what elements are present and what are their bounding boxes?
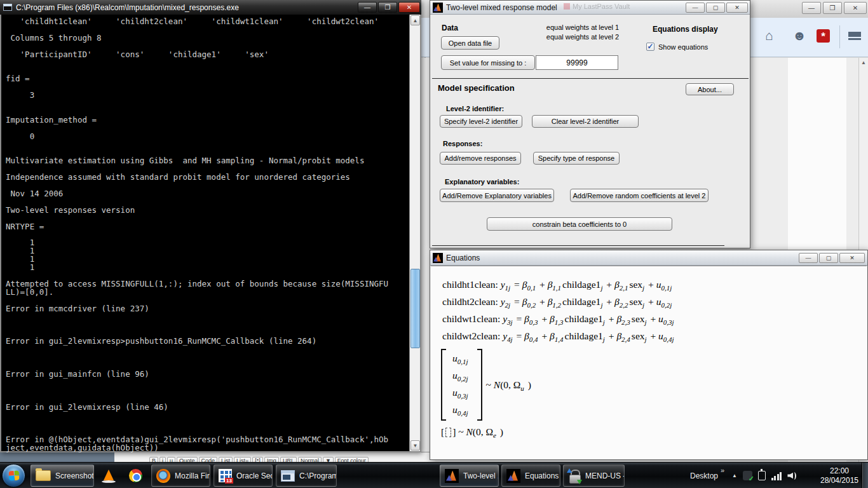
- firefox-close-button[interactable]: ✕: [844, 2, 867, 14]
- oracle-badge: 13: [225, 478, 233, 484]
- maximize-button[interactable]: ▢: [819, 253, 838, 263]
- lock-icon: [568, 469, 581, 483]
- scroll-down-icon[interactable]: ▼: [410, 440, 420, 451]
- oracle-icon: 13: [219, 469, 232, 482]
- restore-button[interactable]: ❐: [378, 2, 397, 13]
- data-heading: Data: [442, 24, 458, 32]
- show-equations-label: Show equations: [658, 43, 708, 51]
- show-equations-checkbox[interactable]: ✓: [646, 43, 654, 51]
- minimize-button[interactable]: —: [358, 2, 377, 13]
- taskbar-item-label: C:\Program...: [299, 471, 337, 480]
- bottom-divider: [432, 245, 724, 246]
- taskbar-item-two-level[interactable]: Two-level ...: [440, 464, 499, 487]
- taskbar-item-console[interactable]: C:\Program...: [276, 464, 337, 487]
- firefox-minimize-button[interactable]: —: [802, 2, 821, 14]
- taskbar: Screenshots Mozilla Fir... 13 Oracle Sec…: [0, 462, 868, 488]
- clear-level2-button[interactable]: Clear level-2 identifier: [532, 115, 639, 128]
- folder-icon: [36, 470, 51, 481]
- specify-level2-button[interactable]: Specify level-2 identifier: [440, 115, 522, 128]
- close-button[interactable]: ✕: [398, 2, 420, 13]
- matlab-icon: [433, 3, 443, 13]
- console-output: 'childht1clean' 'childht2clean' 'childwt…: [1, 15, 420, 451]
- toolbar-separator: [839, 25, 840, 48]
- taskbar-item-chrome[interactable]: [123, 464, 147, 487]
- background-lastpass-tab: My LastPass Vault: [564, 3, 630, 10]
- taskbar-item-firefox[interactable]: Mozilla Fir...: [151, 464, 210, 487]
- specify-type-button[interactable]: Specify type of response: [533, 152, 620, 165]
- section-divider: [432, 78, 749, 79]
- equation-childwt1clean: childwt1clean: y3j = β0,3 + β1,3childage…: [442, 313, 675, 330]
- console-scrollbar[interactable]: ▲ ▼: [409, 15, 420, 451]
- taskbar-clock[interactable]: 22:00 28/04/2015: [818, 463, 860, 488]
- tray-network-icon[interactable]: [771, 471, 782, 480]
- minimize-button[interactable]: —: [799, 253, 818, 263]
- tray-expand-arrow[interactable]: ▲: [732, 473, 737, 478]
- lastpass-tab-icon: [564, 3, 570, 10]
- open-data-file-button[interactable]: Open data file: [441, 36, 499, 50]
- u-distribution: ~ N(0, Ωu ): [486, 379, 531, 391]
- equation-lines: childht1clean: y1j = β0,1 + β1,1childage…: [442, 279, 675, 348]
- add-remove-responses-button[interactable]: Add/remove responses: [440, 152, 521, 165]
- about-button[interactable]: About...: [686, 83, 734, 95]
- equation-childht1clean: childht1clean: y1j = β0,1 + β1,1childage…: [442, 279, 675, 296]
- windows-start-button[interactable]: [2, 464, 25, 487]
- scrollbar-thumb[interactable]: [410, 269, 420, 348]
- console-icon: [281, 470, 295, 482]
- windows-logo-icon: [8, 471, 19, 481]
- u-vector: u0,1j u0,2j u0,3j u0,4j ~ N(0, Ωu ): [441, 349, 531, 421]
- e-distribution: [] ~ N(0, Ωe ): [441, 426, 503, 438]
- u-entry: u0,3j: [452, 387, 470, 400]
- taskbar-item-oracle[interactable]: 13 Oracle Sec...: [214, 464, 273, 487]
- equations-window-title: Equations: [446, 254, 480, 262]
- taskbar-item-label: Mozilla Fir...: [175, 471, 210, 480]
- set-missing-value-button[interactable]: Set value for missing to :: [441, 55, 535, 70]
- taskbar-item-mendus[interactable]: MEND-US -...: [563, 464, 625, 487]
- matlab-icon: [445, 469, 459, 483]
- maximize-button[interactable]: ▢: [706, 3, 725, 13]
- tray-sync-icon[interactable]: [743, 471, 752, 480]
- console-title: C:\Program Files (x86)\Realcom\Imputatio…: [16, 3, 239, 12]
- u-entry: u0,4j: [452, 404, 470, 417]
- u-entry: u0,1j: [452, 353, 470, 365]
- constrain-beta-button[interactable]: constrain beta coefficients to 0: [487, 217, 672, 231]
- lastpass-icon[interactable]: *: [817, 29, 830, 43]
- add-random-coefficients-button[interactable]: Add/Remove random coefficients at level …: [570, 189, 709, 202]
- u-entry: u0,2j: [452, 370, 470, 383]
- desktop-toolbar-label: Desktop: [690, 471, 718, 480]
- taskbar-item-vlc[interactable]: [97, 464, 121, 487]
- taskbar-item-label: MEND-US -...: [585, 471, 625, 480]
- taskbar-item-label: Two-level ...: [463, 471, 499, 480]
- menu-hamburger-icon[interactable]: [848, 32, 861, 40]
- taskbar-item-screenshots[interactable]: Screenshots: [31, 464, 94, 487]
- matlab-icon: [506, 469, 520, 483]
- equation-childht2clean: childht2clean: y2j = β0,2 + β1,2childage…: [442, 296, 675, 313]
- weights-note-1: equal weights at level 1: [538, 24, 627, 31]
- scroll-up-icon[interactable]: ▲: [410, 15, 420, 25]
- model-window-title: Two-level mixed response model: [446, 3, 557, 12]
- tray-power-icon[interactable]: [758, 471, 766, 480]
- editor-toolbar: BiuQuoteCodeListList=[*]ImgURLNormal▼Fon…: [114, 452, 435, 462]
- feedback-smiley-icon[interactable]: ☻: [792, 28, 806, 43]
- firefox-icon: [156, 469, 170, 483]
- close-button[interactable]: ✕: [839, 253, 865, 263]
- taskbar-item-equations[interactable]: Equations: [501, 464, 560, 487]
- right-bracket: [477, 349, 482, 421]
- tray-volume-icon[interactable]: [787, 471, 797, 480]
- add-explanatory-button[interactable]: Add/Remove Explanatory variables: [440, 189, 554, 202]
- home-icon[interactable]: ⌂: [765, 28, 773, 43]
- system-tray: ▲: [732, 463, 797, 488]
- chevron-icon[interactable]: »: [721, 466, 724, 474]
- model-window: Two-level mixed response model My LastPa…: [430, 0, 750, 248]
- u-vector-entries: u0,1j u0,2j u0,3j u0,4j: [446, 349, 477, 421]
- close-button[interactable]: ✕: [726, 3, 748, 13]
- chrome-icon: [129, 469, 142, 482]
- minimize-button[interactable]: —: [686, 3, 705, 13]
- clock-time: 22:00: [818, 466, 860, 475]
- firefox-restore-button[interactable]: ❐: [823, 2, 842, 14]
- scroll-up-icon[interactable]: ▲: [859, 58, 868, 65]
- taskbar-item-label: Screenshots: [55, 471, 94, 480]
- missing-value-field[interactable]: 99999: [536, 55, 618, 70]
- responses-label: Responses:: [443, 140, 482, 147]
- show-desktop-button[interactable]: [862, 463, 868, 488]
- desktop-toolbar[interactable]: Desktop »: [690, 464, 724, 487]
